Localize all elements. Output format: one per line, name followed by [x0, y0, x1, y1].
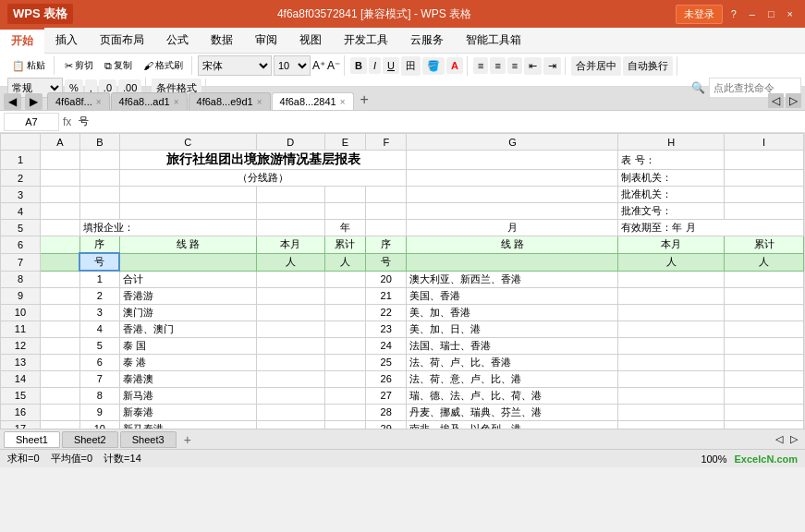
col-header-D[interactable]: D [256, 134, 324, 151]
cell-C14[interactable]: 泰港澳 [119, 370, 256, 387]
cell-C4[interactable] [119, 203, 256, 220]
cell-F14[interactable]: 26 [366, 370, 407, 387]
cell-B1[interactable] [79, 151, 119, 170]
cell-G8[interactable]: 澳大利亚、新西兰、香港 [407, 271, 618, 287]
cell-B9[interactable]: 2 [79, 287, 119, 304]
cell-A7[interactable] [40, 253, 79, 271]
cell-F8[interactable]: 20 [366, 271, 407, 287]
cell-E11[interactable] [324, 320, 365, 337]
italic-button[interactable]: I [369, 57, 381, 74]
col-header-F[interactable]: F [366, 134, 407, 151]
cell-B13[interactable]: 6 [79, 354, 119, 370]
cell-G6[interactable]: 线 路 [407, 236, 618, 254]
cell-F7[interactable]: 号 [366, 253, 407, 271]
cell-G5[interactable]: 月 [407, 220, 618, 236]
cell-E17[interactable] [324, 420, 365, 429]
nav-prev-button[interactable]: ◀ [4, 93, 21, 110]
cell-H2[interactable]: 制表机关： [618, 170, 725, 187]
cell-D3[interactable] [256, 187, 324, 203]
cell-B7[interactable]: 号 [79, 253, 119, 271]
cell-A10[interactable] [40, 304, 79, 320]
cell-G14[interactable]: 法、荷、意、卢、比、港 [407, 370, 618, 387]
cell-B10[interactable]: 3 [79, 304, 119, 320]
cell-C1[interactable]: 旅行社组团出境旅游情况基层报表 [119, 151, 407, 170]
add-sheet-button[interactable]: + [178, 430, 197, 449]
cell-reference-input[interactable] [4, 113, 59, 131]
cell-G7[interactable] [407, 253, 618, 271]
font-select[interactable]: 宋体 [198, 55, 272, 76]
border-button[interactable]: 田 [401, 56, 421, 76]
cell-H17[interactable] [618, 420, 725, 429]
cell-A8[interactable] [40, 271, 79, 287]
cell-F11[interactable]: 23 [366, 320, 407, 337]
cell-D14[interactable] [256, 370, 324, 387]
cell-E15[interactable] [324, 387, 365, 404]
cell-F5[interactable] [366, 220, 407, 236]
menu-tab-cloud[interactable]: 云服务 [399, 28, 455, 54]
col-header-I[interactable]: I [725, 134, 804, 151]
cell-G2[interactable] [407, 170, 618, 187]
cell-A3[interactable] [40, 187, 79, 203]
cell-I12[interactable] [725, 337, 804, 354]
align-center-button[interactable]: ≡ [490, 57, 505, 74]
cell-H15[interactable] [618, 387, 725, 404]
nav-next-button[interactable]: ▶ [25, 93, 43, 110]
cell-I11[interactable] [725, 320, 804, 337]
copy-button[interactable]: ⧉ 复制 [100, 56, 137, 75]
cell-A13[interactable] [40, 354, 79, 370]
minimize-button[interactable]: – [745, 6, 760, 21]
cell-C12[interactable]: 泰 国 [119, 337, 256, 354]
cell-B17[interactable]: 10 [79, 420, 119, 429]
cell-E12[interactable] [324, 337, 365, 354]
cell-B12[interactable]: 5 [79, 337, 119, 354]
cell-C9[interactable]: 香港游 [119, 287, 256, 304]
cell-D16[interactable] [256, 404, 324, 420]
cell-G16[interactable]: 丹麦、挪威、瑞典、芬兰、港 [407, 404, 618, 420]
cell-B5[interactable]: 填报企业： [79, 220, 256, 236]
file-tab-1[interactable]: 4f6a8f... × [47, 92, 110, 110]
menu-tab-insert[interactable]: 插入 [44, 28, 89, 54]
cell-I7[interactable]: 人 [725, 253, 804, 271]
cell-H7[interactable]: 人 [618, 253, 725, 271]
cell-I10[interactable] [725, 304, 804, 320]
cell-G10[interactable]: 美、加、香港 [407, 304, 618, 320]
cell-I16[interactable] [725, 404, 804, 420]
cell-F13[interactable]: 25 [366, 354, 407, 370]
auto-wrap-button[interactable]: 自动换行 [623, 56, 673, 76]
cell-F6[interactable]: 序 [366, 236, 407, 254]
cell-D17[interactable] [256, 420, 324, 429]
cell-G4[interactable] [407, 203, 618, 220]
cell-C7[interactable] [119, 253, 256, 271]
cell-I9[interactable] [725, 287, 804, 304]
align-right-button[interactable]: ≡ [507, 57, 522, 74]
cell-H5[interactable]: 有效期至：年 月 [618, 220, 804, 236]
col-header-B[interactable]: B [79, 134, 119, 151]
indent-decrease-button[interactable]: ⇤ [524, 57, 542, 75]
file-tab-1-close[interactable]: × [96, 97, 102, 107]
cell-E16[interactable] [324, 404, 365, 420]
cell-A4[interactable] [40, 203, 79, 220]
cell-B15[interactable]: 8 [79, 387, 119, 404]
cell-G13[interactable]: 法、荷、卢、比、香港 [407, 354, 618, 370]
sheet-tab-3[interactable]: Sheet3 [120, 431, 177, 448]
cell-H8[interactable] [618, 271, 725, 287]
cell-I3[interactable] [725, 187, 804, 203]
cell-F4[interactable] [366, 203, 407, 220]
format-painter-button[interactable]: 🖌 格式刷 [139, 56, 188, 75]
cell-I14[interactable] [725, 370, 804, 387]
add-tab-button[interactable]: + [355, 90, 374, 110]
align-left-button[interactable]: ≡ [473, 57, 488, 74]
bold-button[interactable]: B [350, 57, 367, 74]
cell-E4[interactable] [324, 203, 365, 220]
cell-G11[interactable]: 美、加、日、港 [407, 320, 618, 337]
cell-D11[interactable] [256, 320, 324, 337]
cell-C8[interactable]: 合计 [119, 271, 256, 287]
cell-E8[interactable] [324, 271, 365, 287]
cell-C16[interactable]: 新泰港 [119, 404, 256, 420]
cell-H10[interactable] [618, 304, 725, 320]
cell-I1[interactable] [725, 151, 804, 170]
cell-A15[interactable] [40, 387, 79, 404]
menu-tab-review[interactable]: 审阅 [244, 28, 288, 54]
cell-C11[interactable]: 香港、澳门 [119, 320, 256, 337]
cell-A17[interactable] [40, 420, 79, 429]
